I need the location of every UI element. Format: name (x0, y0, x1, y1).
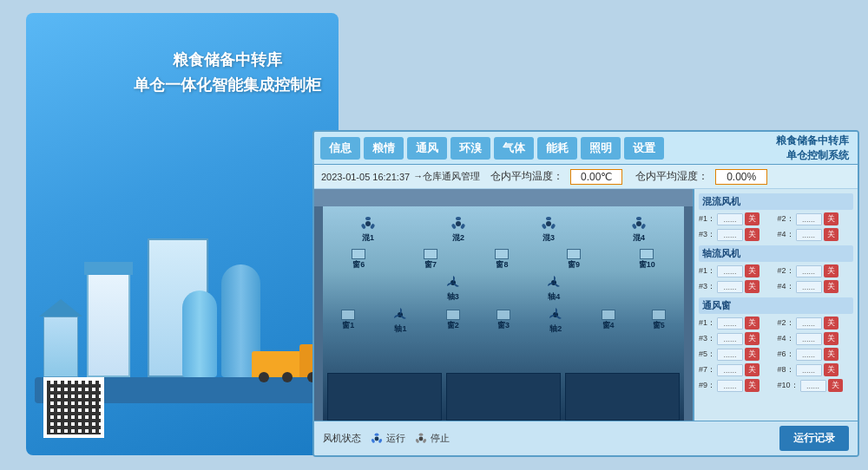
win8: 窗8 (495, 249, 509, 271)
datetime: 2023-01-05 16:21:37 (321, 172, 410, 182)
window-row1: 窗6 窗7 窗8 窗9 (323, 249, 684, 271)
axial-fan-1-label: #1： (699, 265, 715, 277)
run-record-btn[interactable]: 运行记录 (779, 426, 849, 451)
left-panel: 粮食储备中转库 单仓一体化智能集成控制柜 (26, 13, 339, 455)
win9-icon (567, 249, 581, 259)
axial-fan-3-btn[interactable]: 关 (745, 280, 760, 293)
mixed-fan-2-label: #2： (778, 213, 794, 225)
axial-fan-4-btn[interactable]: 关 (824, 280, 838, 293)
truck-wheel2 (282, 372, 293, 382)
win-ctrl-8-status: ...... (796, 364, 822, 376)
window-section: 通风窗 #1： ...... 关 #2： ...... 关 #3： ......… (699, 297, 853, 392)
win-ctrl-8-btn[interactable]: 关 (824, 363, 838, 376)
win-ctrl-9-label: #9： (699, 380, 715, 391)
nav-btn-energy[interactable]: 能耗 (537, 137, 577, 160)
fan-zhou1: 轴1 (391, 306, 409, 335)
win-ctrl-9-btn[interactable]: 关 (745, 379, 760, 392)
mixed-fan-3-btn[interactable]: 关 (745, 228, 760, 241)
storage-bin2 (446, 373, 561, 421)
nav-btn-grain[interactable]: 粮情 (364, 137, 404, 160)
bottom-bar: 风机状态 运行 停止 运行记录 (314, 421, 858, 455)
svg-point-8 (546, 221, 551, 226)
win-ctrl-10-label: #10： (778, 380, 799, 391)
temp-label: 仓内平均温度： (490, 169, 563, 184)
fan-zhou2: 轴2 (547, 306, 564, 335)
svg-point-1 (365, 217, 371, 220)
fan-hun3: 混3 (540, 215, 557, 244)
axial-fan-3-status: ...... (717, 281, 743, 293)
mixed-fan-4: #4： ...... 关 (778, 228, 854, 241)
fan-zhou2-icon (547, 306, 564, 323)
warehouse-building (43, 317, 78, 377)
nav-btn-gas[interactable]: 气体 (494, 137, 534, 160)
running-label: 运行 (386, 432, 405, 445)
svg-point-0 (365, 221, 371, 226)
stopped-label: 停止 (431, 432, 450, 445)
win-ctrl-6: #6： ...... 关 (778, 348, 854, 361)
fan-zhou3-icon (444, 274, 462, 291)
mixed-fan-section: 混流风机 #1： ...... 关 #2： ...... 关 #3： .....… (699, 193, 853, 241)
win-ctrl-1: #1： ...... 关 (699, 317, 775, 330)
nav-bar: 信息 粮情 通风 环溴 气体 能耗 照明 设置 粮食储备中转库 单仓控制系统 (314, 132, 858, 165)
fan-hun4-icon (630, 215, 648, 232)
truck (252, 338, 321, 377)
window-grid: #1： ...... 关 #2： ...... 关 #3： ...... 关 #… (699, 317, 853, 392)
win-ctrl-3-btn[interactable]: 关 (745, 332, 760, 345)
axial-fan-section: 轴流风机 #1： ...... 关 #2： ...... 关 #3： .....… (699, 245, 853, 293)
win-ctrl-6-label: #6： (778, 349, 794, 360)
qr-inner (47, 381, 101, 434)
win10-icon (640, 249, 654, 259)
axial-fan-1-btn[interactable]: 关 (745, 264, 760, 277)
win9: 窗9 (567, 249, 581, 271)
nav-btn-env[interactable]: 环溴 (450, 137, 490, 160)
temp-value: 0.00℃ (570, 169, 622, 185)
win-ctrl-1-btn[interactable]: 关 (745, 317, 760, 330)
humidity-value: 0.00% (715, 169, 767, 185)
fan-hun3-icon (540, 215, 557, 232)
nav-btn-info[interactable]: 信息 (320, 137, 360, 160)
mixed-fan-2-btn[interactable]: 关 (824, 212, 838, 225)
win-ctrl-10-btn[interactable]: 关 (828, 379, 843, 392)
win6: 窗6 (352, 249, 365, 271)
nav-btn-settings[interactable]: 设置 (624, 137, 664, 160)
mixed-fan-4-btn[interactable]: 关 (824, 228, 838, 241)
wh-wall-right (684, 206, 693, 421)
axial-fan-1-status: ...... (717, 265, 743, 277)
win-ctrl-5-btn[interactable]: 关 (745, 348, 760, 361)
axial-fan-4-label: #4： (778, 281, 794, 292)
axial-fan-row: 轴3 轴4 (323, 274, 684, 303)
win-ctrl-4-label: #4： (778, 333, 794, 344)
mixed-fan-1-btn[interactable]: 关 (745, 212, 760, 225)
fan-hun1-icon (359, 215, 377, 232)
win-ctrl-7: #7： ...... 关 (699, 363, 775, 376)
win-ctrl-6-status: ...... (796, 349, 822, 361)
nav-btn-vent[interactable]: 通风 (407, 137, 447, 160)
truck-wheel1 (259, 372, 269, 382)
win-ctrl-2-btn[interactable]: 关 (824, 317, 838, 330)
axial-fan-grid: #1： ...... 关 #2： ...... 关 #3： ...... 关 #… (699, 264, 853, 293)
mixed-fan-1-label: #1： (699, 213, 715, 225)
warehouse-roof (39, 299, 82, 317)
svg-point-24 (419, 436, 424, 441)
building1 (87, 273, 130, 377)
mixed-fan-1: #1： ...... 关 (699, 212, 775, 225)
fan-hun4: 混4 (630, 215, 648, 244)
win-ctrl-4-btn[interactable]: 关 (824, 332, 838, 345)
axial-fan-2-btn[interactable]: 关 (824, 264, 838, 277)
arrow-label: →仓库通风管理 (413, 170, 480, 183)
win8-icon (495, 249, 509, 259)
fan-zhou4: 轴4 (545, 274, 562, 303)
win-ctrl-9: #9： ...... 关 (699, 379, 775, 392)
mixed-fan-4-label: #4： (778, 229, 794, 240)
legend-stopped: 停止 (414, 432, 450, 446)
win-ctrl-7-btn[interactable]: 关 (745, 363, 760, 376)
win-ctrl-6-btn[interactable]: 关 (824, 348, 838, 361)
win-ctrl-7-label: #7： (699, 364, 715, 375)
win-ctrl-5: #5： ...... 关 (699, 348, 775, 361)
svg-point-4 (456, 221, 461, 226)
win-ctrl-5-status: ...... (717, 349, 743, 361)
axial-fan-2-status: ...... (796, 265, 822, 277)
axial-fan-1: #1： ...... 关 (699, 264, 775, 277)
nav-btn-light[interactable]: 照明 (581, 137, 621, 160)
svg-point-12 (636, 221, 641, 226)
